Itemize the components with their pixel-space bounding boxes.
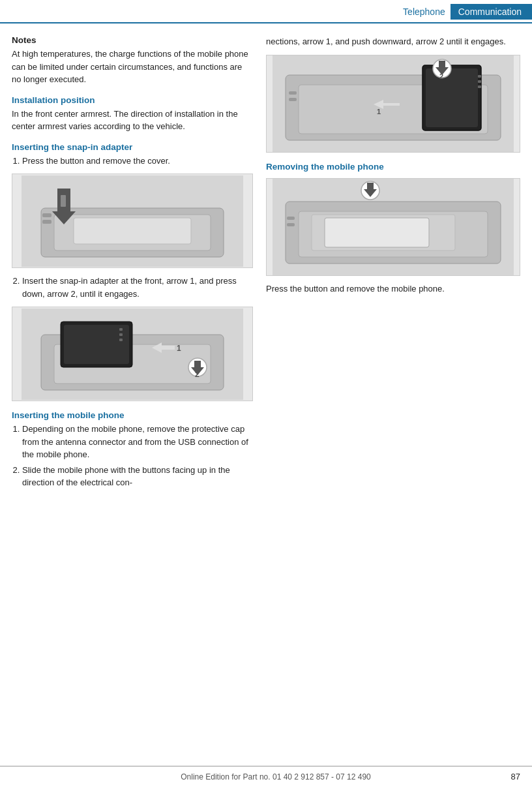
svg-rect-14 (119, 333, 123, 336)
notes-title: Notes (12, 35, 253, 45)
svg-text:2: 2 (439, 72, 443, 80)
notes-text: At high temperatures, the charge functio… (12, 48, 253, 86)
svg-rect-3 (74, 218, 191, 244)
inserting-mobile-title: Inserting the mobile phone (12, 410, 253, 420)
header-communication: Communication (451, 4, 532, 20)
svg-rect-28 (478, 85, 481, 88)
inserting-adapter-steps-2: Insert the snap-in adapter at the front,… (22, 275, 253, 300)
mobile-step-1: Depending on the mobile phone, remove th… (22, 423, 253, 461)
svg-rect-34 (289, 91, 297, 95)
svg-rect-7 (61, 195, 66, 207)
svg-text:1: 1 (377, 108, 381, 115)
mobile-step-2: Slide the mobile phone with the buttons … (22, 464, 253, 489)
svg-rect-4 (42, 213, 52, 217)
svg-rect-35 (289, 98, 297, 101)
installation-position-title: Installation position (12, 95, 253, 105)
svg-text:2: 2 (195, 370, 200, 379)
image-press-button-svg (22, 175, 243, 267)
adapter-step-2: Insert the snap-in adapter at the front,… (22, 275, 253, 300)
inserting-adapter-title: Inserting the snap-in adapter (12, 142, 253, 152)
installation-text: In the front center armrest. The directi… (12, 108, 253, 133)
svg-rect-13 (119, 328, 123, 331)
left-column: Notes At high temperatures, the charge f… (12, 35, 253, 494)
image-push-down-svg: 2 1 (273, 55, 514, 152)
image-removing-phone-svg (273, 179, 514, 275)
removing-text: Press the button and remove the mobile p… (266, 282, 520, 296)
svg-rect-42 (287, 223, 295, 226)
image-removing-phone (266, 178, 520, 276)
image-press-button (12, 174, 253, 268)
adapter-step-1: Press the button and remove the cover. (22, 155, 253, 168)
svg-rect-12 (64, 325, 129, 364)
page-header: Telephone Communication (0, 0, 532, 23)
image-snap-adapter: 1 2 (12, 307, 253, 401)
header-telephone: Telephone (403, 7, 451, 17)
inserting-mobile-steps: Depending on the mobile phone, remove th… (22, 423, 253, 489)
right-column: nections, arrow 1, and push downward, ar… (266, 35, 520, 494)
image-push-down: 2 1 (266, 55, 520, 153)
svg-rect-40 (325, 218, 429, 247)
svg-rect-15 (119, 339, 123, 341)
footer-text: Online Edition for Part no. 01 40 2 912 … (51, 772, 501, 781)
continuation-text: nections, arrow 1, and push downward, ar… (266, 35, 520, 48)
svg-rect-25 (426, 68, 478, 127)
inserting-adapter-steps: Press the button and remove the cover. (22, 155, 253, 168)
svg-rect-5 (42, 220, 52, 224)
image-snap-adapter-svg: 1 2 (22, 309, 243, 400)
removing-mobile-title: Removing the mobile phone (266, 162, 520, 172)
svg-rect-27 (478, 80, 481, 83)
svg-rect-41 (287, 217, 295, 220)
main-content: Notes At high temperatures, the charge f… (0, 23, 532, 494)
page-footer: Online Edition for Part no. 01 40 2 912 … (0, 766, 532, 788)
svg-text:1: 1 (177, 344, 181, 353)
page-number: 87 (501, 772, 520, 781)
svg-rect-26 (478, 75, 481, 78)
